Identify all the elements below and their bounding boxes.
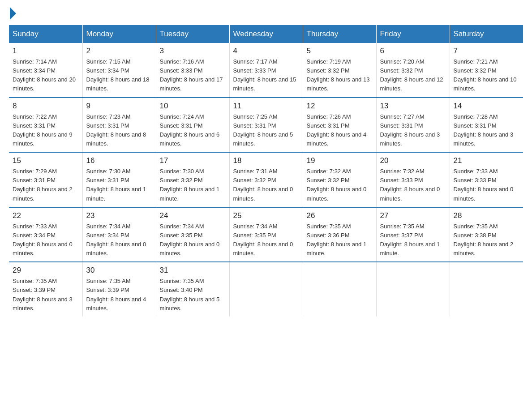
column-header-wednesday: Wednesday (229, 25, 303, 43)
day-number: 23 (86, 211, 152, 220)
day-number: 6 (380, 47, 446, 56)
day-number: 22 (13, 211, 79, 220)
day-number: 30 (86, 266, 152, 275)
calendar-header-row: SundayMondayTuesdayWednesdayThursdayFrid… (9, 25, 523, 43)
column-header-tuesday: Tuesday (156, 25, 229, 43)
column-header-saturday: Saturday (450, 25, 523, 43)
day-info: Sunrise: 7:20 AM Sunset: 3:32 PM Dayligh… (380, 57, 446, 94)
calendar-cell: 24 Sunrise: 7:34 AM Sunset: 3:35 PM Dayl… (156, 207, 229, 262)
day-number: 18 (233, 156, 299, 165)
calendar-cell: 18 Sunrise: 7:31 AM Sunset: 3:32 PM Dayl… (229, 152, 303, 207)
calendar-cell: 5 Sunrise: 7:19 AM Sunset: 3:32 PM Dayli… (303, 43, 376, 98)
day-number: 9 (86, 102, 152, 111)
calendar-cell: 7 Sunrise: 7:21 AM Sunset: 3:32 PM Dayli… (450, 43, 523, 98)
week-row-1: 1 Sunrise: 7:14 AM Sunset: 3:34 PM Dayli… (9, 43, 523, 98)
day-number: 25 (233, 211, 299, 220)
column-header-sunday: Sunday (9, 25, 82, 43)
column-header-friday: Friday (376, 25, 450, 43)
calendar-cell: 9 Sunrise: 7:23 AM Sunset: 3:31 PM Dayli… (82, 98, 156, 153)
day-info: Sunrise: 7:31 AM Sunset: 3:32 PM Dayligh… (233, 167, 299, 203)
day-number: 15 (13, 156, 79, 165)
calendar-table: SundayMondayTuesdayWednesdayThursdayFrid… (9, 25, 523, 317)
day-number: 19 (307, 156, 373, 165)
day-number: 21 (454, 156, 520, 165)
day-number: 27 (380, 211, 446, 220)
day-number: 13 (380, 102, 446, 111)
day-info: Sunrise: 7:33 AM Sunset: 3:33 PM Dayligh… (454, 167, 520, 203)
day-info: Sunrise: 7:35 AM Sunset: 3:37 PM Dayligh… (380, 222, 446, 258)
calendar-cell: 31 Sunrise: 7:35 AM Sunset: 3:40 PM Dayl… (156, 262, 229, 317)
day-number: 11 (233, 102, 299, 111)
day-number: 7 (454, 47, 520, 56)
calendar-cell: 23 Sunrise: 7:34 AM Sunset: 3:34 PM Dayl… (82, 207, 156, 262)
calendar-cell: 16 Sunrise: 7:30 AM Sunset: 3:31 PM Dayl… (82, 152, 156, 207)
calendar-cell: 21 Sunrise: 7:33 AM Sunset: 3:33 PM Dayl… (450, 152, 523, 207)
day-info: Sunrise: 7:35 AM Sunset: 3:38 PM Dayligh… (454, 222, 520, 258)
calendar-cell: 15 Sunrise: 7:29 AM Sunset: 3:31 PM Dayl… (9, 152, 82, 207)
day-info: Sunrise: 7:32 AM Sunset: 3:32 PM Dayligh… (307, 167, 373, 203)
column-header-thursday: Thursday (303, 25, 376, 43)
day-info: Sunrise: 7:34 AM Sunset: 3:35 PM Dayligh… (233, 222, 299, 258)
day-info: Sunrise: 7:25 AM Sunset: 3:31 PM Dayligh… (233, 112, 299, 149)
calendar-cell: 12 Sunrise: 7:26 AM Sunset: 3:31 PM Dayl… (303, 98, 376, 153)
week-row-5: 29 Sunrise: 7:35 AM Sunset: 3:39 PM Dayl… (9, 262, 523, 317)
calendar-cell: 25 Sunrise: 7:34 AM Sunset: 3:35 PM Dayl… (229, 207, 303, 262)
calendar-cell: 11 Sunrise: 7:25 AM Sunset: 3:31 PM Dayl… (229, 98, 303, 153)
day-info: Sunrise: 7:26 AM Sunset: 3:31 PM Dayligh… (307, 112, 373, 149)
day-info: Sunrise: 7:32 AM Sunset: 3:33 PM Dayligh… (380, 167, 446, 203)
day-number: 26 (307, 211, 373, 220)
logo-arrow-icon (10, 7, 16, 20)
week-row-4: 22 Sunrise: 7:33 AM Sunset: 3:34 PM Dayl… (9, 207, 523, 262)
calendar-cell (450, 262, 523, 317)
day-info: Sunrise: 7:30 AM Sunset: 3:31 PM Dayligh… (86, 167, 152, 203)
calendar-cell: 17 Sunrise: 7:30 AM Sunset: 3:32 PM Dayl… (156, 152, 229, 207)
day-info: Sunrise: 7:35 AM Sunset: 3:39 PM Dayligh… (86, 277, 152, 313)
day-number: 5 (307, 47, 373, 56)
day-number: 29 (13, 266, 79, 275)
calendar-cell: 27 Sunrise: 7:35 AM Sunset: 3:37 PM Dayl… (376, 207, 450, 262)
calendar-cell: 19 Sunrise: 7:32 AM Sunset: 3:32 PM Dayl… (303, 152, 376, 207)
day-info: Sunrise: 7:17 AM Sunset: 3:33 PM Dayligh… (233, 57, 299, 94)
day-info: Sunrise: 7:16 AM Sunset: 3:33 PM Dayligh… (160, 57, 226, 94)
calendar-cell: 13 Sunrise: 7:27 AM Sunset: 3:31 PM Dayl… (376, 98, 450, 153)
day-number: 17 (160, 156, 226, 165)
day-info: Sunrise: 7:34 AM Sunset: 3:34 PM Dayligh… (86, 222, 152, 258)
day-info: Sunrise: 7:35 AM Sunset: 3:40 PM Dayligh… (160, 277, 226, 313)
calendar-cell: 14 Sunrise: 7:28 AM Sunset: 3:31 PM Dayl… (450, 98, 523, 153)
header (9, 9, 523, 18)
day-info: Sunrise: 7:21 AM Sunset: 3:32 PM Dayligh… (454, 57, 520, 94)
calendar-cell: 28 Sunrise: 7:35 AM Sunset: 3:38 PM Dayl… (450, 207, 523, 262)
logo (9, 9, 16, 18)
column-header-monday: Monday (82, 25, 156, 43)
day-info: Sunrise: 7:33 AM Sunset: 3:34 PM Dayligh… (13, 222, 79, 258)
day-number: 31 (160, 266, 226, 275)
calendar-cell (376, 262, 450, 317)
calendar-cell: 2 Sunrise: 7:15 AM Sunset: 3:34 PM Dayli… (82, 43, 156, 98)
week-row-2: 8 Sunrise: 7:22 AM Sunset: 3:31 PM Dayli… (9, 98, 523, 153)
day-info: Sunrise: 7:19 AM Sunset: 3:32 PM Dayligh… (307, 57, 373, 94)
calendar-cell: 4 Sunrise: 7:17 AM Sunset: 3:33 PM Dayli… (229, 43, 303, 98)
day-number: 10 (160, 102, 226, 111)
day-number: 14 (454, 102, 520, 111)
calendar-cell: 26 Sunrise: 7:35 AM Sunset: 3:36 PM Dayl… (303, 207, 376, 262)
day-number: 12 (307, 102, 373, 111)
week-row-3: 15 Sunrise: 7:29 AM Sunset: 3:31 PM Dayl… (9, 152, 523, 207)
calendar-cell: 8 Sunrise: 7:22 AM Sunset: 3:31 PM Dayli… (9, 98, 82, 153)
day-number: 16 (86, 156, 152, 165)
day-info: Sunrise: 7:35 AM Sunset: 3:36 PM Dayligh… (307, 222, 373, 258)
day-info: Sunrise: 7:24 AM Sunset: 3:31 PM Dayligh… (160, 112, 226, 149)
day-number: 3 (160, 47, 226, 56)
calendar-cell (303, 262, 376, 317)
day-number: 1 (13, 47, 79, 56)
day-number: 24 (160, 211, 226, 220)
day-info: Sunrise: 7:28 AM Sunset: 3:31 PM Dayligh… (454, 112, 520, 149)
day-info: Sunrise: 7:29 AM Sunset: 3:31 PM Dayligh… (13, 167, 79, 203)
calendar-cell: 3 Sunrise: 7:16 AM Sunset: 3:33 PM Dayli… (156, 43, 229, 98)
calendar-cell: 10 Sunrise: 7:24 AM Sunset: 3:31 PM Dayl… (156, 98, 229, 153)
day-number: 4 (233, 47, 299, 56)
calendar-cell: 22 Sunrise: 7:33 AM Sunset: 3:34 PM Dayl… (9, 207, 82, 262)
calendar-cell: 30 Sunrise: 7:35 AM Sunset: 3:39 PM Dayl… (82, 262, 156, 317)
day-info: Sunrise: 7:23 AM Sunset: 3:31 PM Dayligh… (86, 112, 152, 149)
day-number: 28 (454, 211, 520, 220)
calendar-cell (229, 262, 303, 317)
